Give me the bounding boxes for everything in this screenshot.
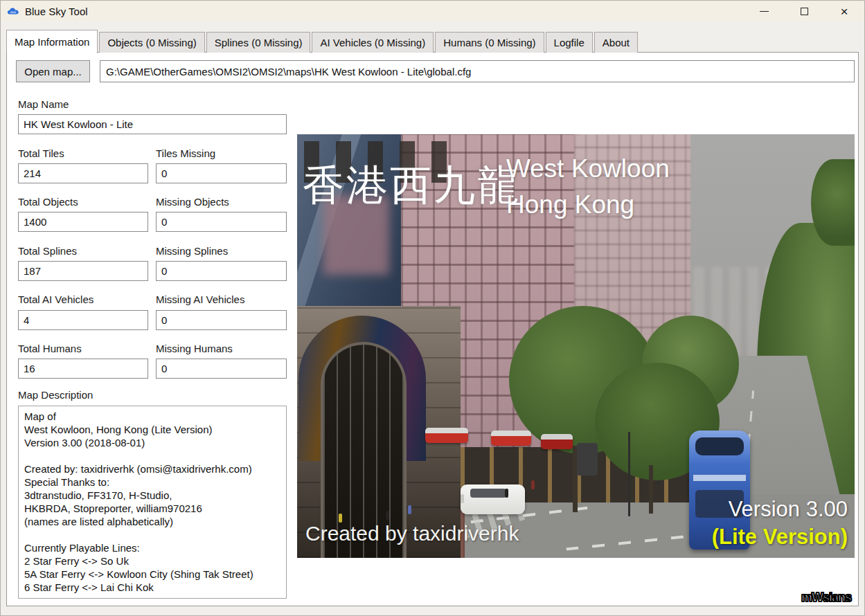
total-ai-vehicles-input[interactable] [18,310,148,330]
total-objects-input[interactable] [18,212,148,232]
watermark: mWsians [801,590,851,605]
close-icon: × [840,5,848,18]
preview-edition: (Lite Version) [712,525,848,550]
total-splines-label: Total Splines [18,245,77,257]
tab-humans[interactable]: Humans (0 Missing) [435,32,544,53]
map-name-label: Map Name [18,98,69,110]
total-humans-input[interactable] [18,359,148,379]
preview-version: Version 3.00 [729,497,848,522]
tab-ai-vehicles[interactable]: AI Vehicles (0 Missing) [312,32,434,53]
missing-humans-input[interactable] [156,359,287,379]
title-bar: Blue Sky Tool × [1,1,864,21]
missing-splines-label: Missing Splines [156,245,228,257]
van [577,443,598,475]
maximize-icon [801,8,808,15]
map-description-label: Map Description [18,389,93,401]
open-map-button[interactable]: Open map... [16,60,90,82]
map-path-input[interactable] [100,60,855,82]
window-title: Blue Sky Tool [25,6,88,17]
total-ai-vehicles-label: Total AI Vehicles [18,293,93,305]
total-objects-label: Total Objects [18,196,78,208]
missing-ai-vehicles-label: Missing AI Vehicles [156,293,244,305]
tiles-missing-input[interactable] [156,163,287,183]
tab-objects[interactable]: Objects (0 Missing) [99,32,204,53]
red-taxi [425,428,468,443]
total-tiles-label: Total Tiles [18,147,64,159]
total-splines-input[interactable] [18,261,148,281]
map-preview-image: 香港西九龍 West Kowloon Hong Kong Created by … [297,134,855,558]
preview-credit: Created by taxidriverhk [305,522,519,545]
map-description-textarea[interactable]: Map of West Kowloon, Hong Kong (Lite Ver… [18,406,287,599]
missing-humans-label: Missing Humans [156,343,233,354]
tiles-missing-label: Tiles Missing [156,147,215,159]
close-button[interactable]: × [824,1,864,21]
tab-logfile[interactable]: Logfile [546,32,593,53]
map-information-panel: Open map... Map Name Total Tiles Tiles M… [6,52,859,606]
missing-objects-label: Missing Objects [156,196,229,208]
tab-map-information[interactable]: Map Information [6,30,98,53]
missing-ai-vehicles-input[interactable] [156,310,287,330]
minimize-icon [760,11,769,12]
tab-splines[interactable]: Splines (0 Missing) [206,32,311,53]
white-car [461,484,525,514]
missing-objects-input[interactable] [156,212,287,232]
map-name-input[interactable] [18,114,287,134]
blue-cloud-icon [7,6,19,16]
preview-title-chinese: 香港西九龍 [303,158,521,214]
tab-strip: Map Information Objects (0 Missing) Spli… [6,30,639,53]
maximize-button[interactable] [784,1,824,21]
missing-splines-input[interactable] [156,261,287,281]
minimize-button[interactable] [744,1,784,21]
preview-title-english: West Kowloon Hong Kong [506,151,670,223]
pedestrian [386,511,389,520]
app-window: Blue Sky Tool × Map Information Objects … [0,0,865,616]
total-tiles-input[interactable] [18,163,148,183]
total-humans-label: Total Humans [18,343,82,354]
tab-about[interactable]: About [594,32,638,53]
